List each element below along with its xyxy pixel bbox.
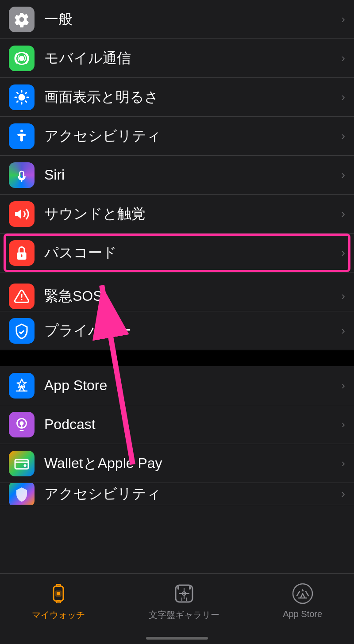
wallet-icon xyxy=(9,451,35,476)
display-chevron: › xyxy=(341,90,345,104)
mywatch-tab-icon-wrapper xyxy=(46,581,71,606)
sos-chevron: › xyxy=(341,289,345,303)
tab-bar: マイウォッチ 文字盤ギャラリー xyxy=(0,573,354,644)
general-chevron: › xyxy=(341,12,345,26)
svg-point-2 xyxy=(19,94,25,100)
appstore-tab-label: App Store xyxy=(283,609,322,619)
settings-item-sos[interactable]: 緊急SOS › xyxy=(0,272,354,311)
general-label: 一般 xyxy=(44,10,337,29)
siri-chevron: › xyxy=(341,168,345,182)
passcode-chevron: › xyxy=(341,246,345,260)
faces-icon xyxy=(172,582,196,606)
partial-label: アクセシビリティ xyxy=(44,484,337,504)
section-separator xyxy=(0,350,354,366)
home-indicator xyxy=(146,637,208,640)
svg-line-26 xyxy=(306,591,308,596)
sos-icon xyxy=(9,284,35,309)
general-icon xyxy=(9,7,35,32)
podcast-icon xyxy=(9,412,35,437)
settings-list: 一般 › モバイル通信 › 画面表示と明るさ › アクセシビリティ › Siri… xyxy=(0,0,354,505)
svg-point-15 xyxy=(57,592,60,595)
siri-icon xyxy=(9,162,35,188)
svg-marker-4 xyxy=(15,209,21,218)
appstore-tab-icon-wrapper xyxy=(290,581,316,606)
accessibility-label: アクセシビリティ xyxy=(44,126,337,146)
partial-icon xyxy=(9,483,35,505)
sos-label: 緊急SOS xyxy=(44,287,337,306)
svg-point-10 xyxy=(24,464,27,467)
settings-item-accessibility[interactable]: アクセシビリティ › xyxy=(0,117,354,156)
appstore-chevron: › xyxy=(341,379,345,392)
accessibility-chevron: › xyxy=(341,129,345,143)
wallet-label: WalletとApple Pay xyxy=(44,454,337,473)
appstore-icon xyxy=(9,373,35,399)
settings-item-siri[interactable]: Siri › xyxy=(0,156,354,195)
tab-faces[interactable]: 文字盤ギャラリー xyxy=(149,581,219,621)
svg-point-7 xyxy=(21,299,23,300)
settings-item-podcast[interactable]: Podcast › xyxy=(0,405,354,444)
appstore-label: App Store xyxy=(44,377,337,394)
podcast-label: Podcast xyxy=(44,416,337,433)
partial-chevron: › xyxy=(341,487,345,501)
faces-tab-icon-wrapper xyxy=(171,581,197,606)
appstore-tab-icon xyxy=(291,582,315,606)
display-icon xyxy=(9,84,35,110)
sound-chevron: › xyxy=(341,207,345,221)
svg-rect-20 xyxy=(177,586,179,590)
faces-tab-label: 文字盤ギャラリー xyxy=(149,609,219,621)
privacy-chevron: › xyxy=(341,324,345,337)
settings-item-general[interactable]: 一般 › xyxy=(0,0,354,39)
settings-item-partial[interactable]: アクセシビリティ › xyxy=(0,483,354,505)
settings-item-wallet[interactable]: WalletとApple Pay › xyxy=(0,444,354,483)
settings-item-passcode[interactable]: パスコード › xyxy=(0,234,354,272)
sound-label: サウンドと触覚 xyxy=(44,204,337,224)
svg-rect-21 xyxy=(189,586,191,590)
svg-point-3 xyxy=(20,130,23,132)
tab-mywatch[interactable]: マイウォッチ xyxy=(32,581,85,621)
svg-rect-9 xyxy=(15,460,28,469)
passcode-label: パスコード xyxy=(44,243,337,263)
privacy-icon xyxy=(9,318,35,344)
settings-item-privacy[interactable]: プライバシー › xyxy=(0,311,354,350)
svg-line-25 xyxy=(297,591,300,596)
settings-item-sound[interactable]: サウンドと触覚 › xyxy=(0,195,354,234)
display-label: 画面表示と明るさ xyxy=(44,88,337,107)
settings-item-display[interactable]: 画面表示と明るさ › xyxy=(0,78,354,117)
mywatch-tab-label: マイウォッチ xyxy=(32,609,85,621)
mywatch-icon xyxy=(46,582,70,606)
svg-point-0 xyxy=(19,56,24,61)
passcode-icon xyxy=(9,240,35,266)
cellular-label: モバイル通信 xyxy=(44,49,337,68)
settings-item-cellular[interactable]: モバイル通信 › xyxy=(0,39,354,78)
cellular-icon xyxy=(9,46,35,71)
privacy-label: プライバシー xyxy=(44,321,337,341)
sound-icon xyxy=(9,201,35,227)
wallet-chevron: › xyxy=(341,456,345,470)
accessibility-icon xyxy=(9,123,35,149)
tab-appstore[interactable]: App Store xyxy=(283,581,322,619)
podcast-chevron: › xyxy=(341,418,345,431)
settings-item-appstore[interactable]: App Store › xyxy=(0,366,354,405)
siri-label: Siri xyxy=(44,167,337,183)
cellular-chevron: › xyxy=(341,51,345,65)
